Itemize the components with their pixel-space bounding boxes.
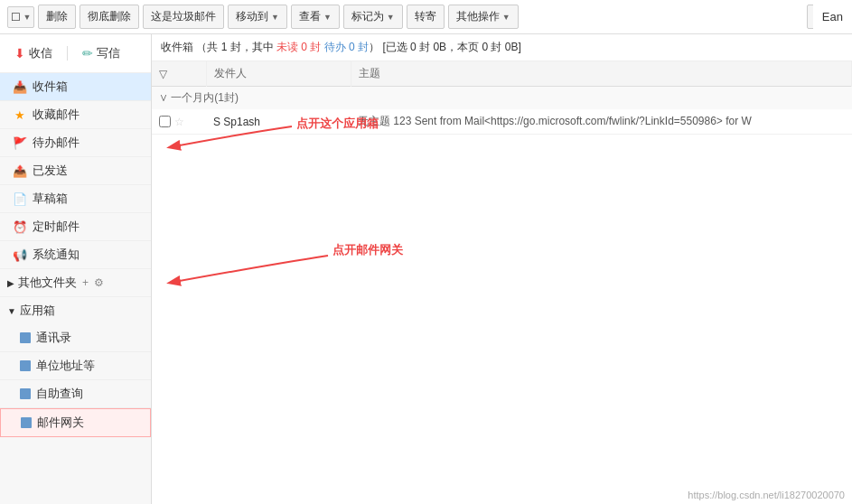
inbox-label: 收信 [29, 45, 52, 61]
permanent-delete-button[interactable]: 彻底删除 [80, 5, 139, 29]
sort-icon: ▽ [159, 68, 167, 80]
other-folders-section[interactable]: ▶ 其他文件夹 + ⚙ [0, 269, 151, 296]
forward-button[interactable]: 转寄 [407, 5, 445, 29]
sys-nav-icon: 📢 [13, 247, 27, 262]
table-row[interactable]: ☆ S Sp1ash 无主题 123 Sent from Mail<https:… [152, 109, 852, 135]
content-header: 收件箱 （共 1 封，其中 未读 0 封 待办 0 封） [已选 0 封 0B，… [152, 34, 852, 61]
checkbox-button[interactable]: ☐ ▼ [7, 6, 34, 28]
col-subject-header: 主题 [351, 61, 852, 87]
flag-nav-icon: 🚩 [13, 135, 27, 150]
write-header-item[interactable]: ✏ 写信 [77, 42, 126, 65]
sidebar-item-label: 收件箱 [33, 79, 68, 95]
more-button[interactable]: 其他操作 ▼ [448, 5, 519, 29]
expand-icon: ▶ [7, 278, 14, 288]
row-checkbox-cell[interactable]: ☆ [152, 109, 206, 135]
spam-button[interactable]: 这是垃圾邮件 [143, 5, 224, 29]
email-group-header: ∨ 一个月内(1封) [152, 87, 852, 110]
gear-icon[interactable]: ⚙ [94, 276, 104, 289]
group-label: 一个月内(1封) [171, 91, 239, 104]
sidebar: ⬇ 收信 ✏ 写信 📥 收件箱 ★ 收藏邮件 🚩 待办邮件 📤 已发送 [0, 34, 152, 504]
move-button[interactable]: 移动到 ▼ [228, 5, 287, 29]
mailgateway-label: 邮件网关 [37, 415, 84, 431]
view-label: 查看 [299, 9, 321, 24]
sidebar-item-contacts[interactable]: 通讯录 [0, 324, 151, 352]
mailgateway-icon [21, 417, 32, 428]
sidebar-item-scheduled[interactable]: ⏰ 定时邮件 [0, 213, 151, 241]
sidebar-item-selfquery[interactable]: 自助查询 [0, 380, 151, 408]
row-star-icon[interactable]: ☆ [174, 116, 184, 128]
from-label: 发件人 [214, 67, 247, 79]
app-folder-label: 应用箱 [20, 303, 55, 319]
sidebar-item-label: 待办邮件 [33, 135, 80, 151]
user-name: Ean [822, 10, 843, 23]
move-label: 移动到 [236, 9, 268, 24]
sidebar-item-drafts[interactable]: 📄 草稿箱 [0, 185, 151, 213]
mark-dropdown-arrow: ▼ [387, 13, 395, 22]
total-count: 1 [221, 41, 228, 53]
group-expand-icon: ∨ [159, 91, 168, 104]
sidebar-item-inbox[interactable]: 📥 收件箱 [0, 73, 151, 101]
schedule-nav-icon: ⏰ [13, 219, 27, 234]
sent-nav-icon: 📤 [13, 163, 27, 178]
star-nav-icon: ★ [13, 107, 27, 122]
email-subject: 无主题 123 Sent from Mail<https://go.micros… [351, 109, 852, 135]
draft-nav-icon: 📄 [13, 191, 27, 206]
sidebar-item-label: 草稿箱 [33, 191, 68, 207]
email-list-wrapper: ▽ 发件人 主题 ∨ 一个月内(1封) [152, 61, 852, 504]
app-expand-icon: ▼ [7, 306, 16, 316]
unread-count: 未读 0 封 [276, 41, 321, 53]
sidebar-item-mailgateway[interactable]: 邮件网关 ← [0, 408, 151, 437]
app-folder-header[interactable]: ▼ 应用箱 ← [0, 296, 151, 324]
inbox-nav-icon: 📥 [13, 79, 27, 94]
watermark: https://blog.csdn.net/li18270020070 [688, 490, 845, 500]
address-label: 单位地址等 [36, 358, 95, 374]
more-label: 其他操作 [456, 9, 500, 24]
subject-text: 无主题 123 Sent from Mail<https://go.micros… [358, 115, 752, 127]
inbox-icon: ⬇ [14, 46, 25, 61]
sidebar-item-label: 定时邮件 [33, 219, 80, 235]
subject-label: 主题 [359, 67, 380, 79]
col-checkbox: ▽ [152, 61, 206, 87]
sender-name: S Sp1ash [213, 116, 260, 128]
view-dropdown-arrow: ▼ [323, 13, 332, 22]
email-sender: S Sp1ash [206, 109, 351, 135]
sidebar-item-system[interactable]: 📢 系统通知 [0, 241, 151, 269]
email-table: ▽ 发件人 主题 ∨ 一个月内(1封) [152, 61, 852, 135]
selfquery-icon [20, 388, 31, 399]
page-count: 0 [482, 41, 488, 53]
other-folders-label: 其他文件夹 [18, 275, 77, 291]
mark-button[interactable]: 标记为 ▼ [343, 5, 403, 29]
row-checkbox[interactable] [159, 116, 171, 127]
toolbar: ☐ ▼ 删除 彻底删除 这是垃圾邮件 移动到 ▼ 查看 ▼ 标记为 ▼ 转寄 其… [0, 0, 852, 34]
mark-label: 标记为 [351, 9, 384, 24]
sidebar-item-address[interactable]: 单位地址等 [0, 352, 151, 380]
sidebar-item-pending[interactable]: 🚩 待办邮件 [0, 129, 151, 157]
sidebar-header: ⬇ 收信 ✏ 写信 [0, 34, 151, 73]
annotation-mail-gateway: 点开邮件网关 [332, 242, 403, 258]
delete-button[interactable]: 删除 [38, 5, 76, 29]
sidebar-item-label: 系统通知 [33, 247, 80, 263]
col-from-header: 发件人 [206, 61, 351, 87]
add-folder-icon[interactable]: + [82, 276, 89, 289]
pending-count: 待办 0 封 [324, 41, 369, 53]
email-content: 收件箱 （共 1 封，其中 未读 0 封 待办 0 封） [已选 0 封 0B，… [152, 34, 852, 504]
sidebar-item-label: 收藏邮件 [33, 107, 80, 123]
more-dropdown-arrow: ▼ [502, 13, 510, 22]
contacts-icon [20, 332, 31, 343]
email-table-header: ▽ 发件人 主题 [152, 61, 852, 87]
sidebar-item-label: 已发送 [33, 163, 68, 179]
inbox-header-item[interactable]: ⬇ 收信 [9, 42, 58, 65]
write-label: 写信 [97, 45, 120, 61]
view-button[interactable]: 查看 ▼ [291, 5, 340, 29]
selected-size: 0B [433, 41, 446, 53]
move-dropdown-arrow: ▼ [271, 13, 279, 22]
checkbox-dropdown-arrow: ▼ [23, 13, 32, 22]
page-size: 0B [505, 41, 519, 53]
write-icon: ✏ [82, 46, 93, 61]
sidebar-item-starred[interactable]: ★ 收藏邮件 [0, 101, 151, 129]
address-icon [20, 360, 31, 371]
selected-count: 0 [410, 41, 417, 53]
folder-title: 收件箱 [161, 41, 193, 53]
checkbox-icon: ☐ [11, 11, 21, 23]
sidebar-item-sent[interactable]: 📤 已发送 [0, 157, 151, 185]
